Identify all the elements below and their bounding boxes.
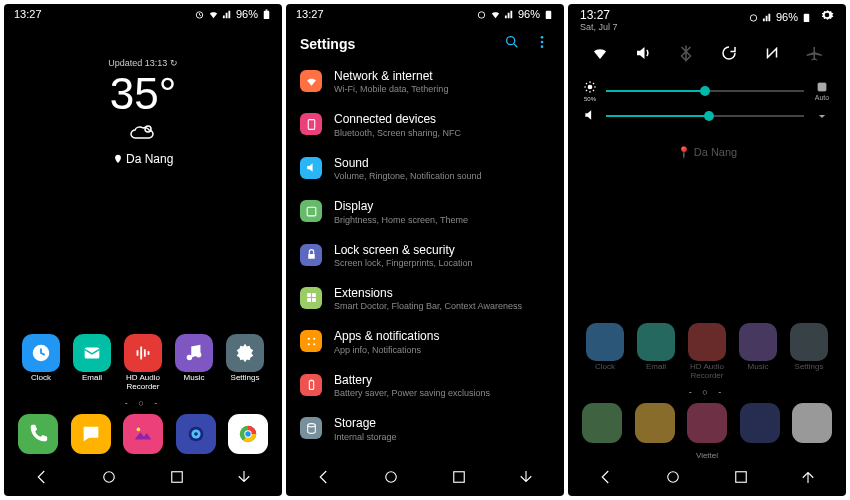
brightness-slider[interactable] bbox=[606, 90, 804, 92]
svg-point-39 bbox=[313, 343, 315, 345]
app-music[interactable]: Music bbox=[171, 334, 217, 392]
nav-back[interactable] bbox=[597, 468, 615, 486]
dock-messages-dimmed bbox=[635, 403, 675, 443]
nav-home[interactable] bbox=[100, 468, 118, 486]
nav-back[interactable] bbox=[33, 468, 51, 486]
svg-point-26 bbox=[541, 36, 544, 39]
network-icon bbox=[300, 70, 322, 92]
phone-quicksettings-screen: 13:27 Sat, Jul 7 96% 50 bbox=[568, 4, 846, 496]
settings-item-display[interactable]: DisplayBrightness, Home screen, Theme bbox=[300, 190, 550, 233]
app-clock[interactable]: Clock bbox=[18, 334, 64, 392]
settings-item-battery[interactable]: BatteryBattery saver, Power saving exclu… bbox=[300, 364, 550, 407]
settings-title: Settings bbox=[300, 36, 504, 52]
battery-icon bbox=[801, 12, 812, 23]
app-email[interactable]: Email bbox=[69, 334, 115, 392]
nav-home[interactable] bbox=[382, 468, 400, 486]
svg-point-10 bbox=[187, 355, 193, 361]
settings-item-accounts[interactable]: AccountsAuto-sync accounts, Cloud bbox=[300, 451, 550, 460]
app-hd-recorder[interactable]: HD Audio Recorder bbox=[120, 334, 166, 392]
dock-chrome[interactable] bbox=[228, 414, 268, 454]
svg-point-16 bbox=[194, 432, 198, 436]
dock-gallery[interactable] bbox=[123, 414, 163, 454]
volume-expand[interactable] bbox=[812, 110, 832, 123]
brightness-auto[interactable]: Auto bbox=[812, 81, 832, 101]
nav-recent[interactable] bbox=[732, 468, 750, 486]
dock-phone[interactable] bbox=[18, 414, 58, 454]
weather-condition-icon bbox=[18, 122, 268, 146]
toggle-airplane[interactable] bbox=[804, 42, 826, 64]
more-button[interactable] bbox=[534, 34, 550, 54]
settings-item-sound[interactable]: SoundVolume, Ringtone, Notification soun… bbox=[300, 147, 550, 190]
settings-item-devices[interactable]: Connected devicesBluetooth, Screen shari… bbox=[300, 103, 550, 146]
toggle-nfc[interactable] bbox=[761, 42, 783, 64]
volume-icon bbox=[582, 108, 598, 124]
weather-widget[interactable]: Updated 13:13 ↻ 35° Da Nang bbox=[18, 58, 268, 166]
extensions-icon bbox=[300, 287, 322, 309]
nav-notifications[interactable] bbox=[235, 468, 253, 486]
signal-icon bbox=[222, 9, 233, 20]
dock bbox=[18, 414, 268, 454]
pin-icon bbox=[113, 154, 123, 164]
svg-rect-35 bbox=[312, 298, 316, 302]
svg-point-51 bbox=[668, 472, 679, 483]
nav-recent[interactable] bbox=[168, 468, 186, 486]
svg-rect-5 bbox=[85, 348, 100, 359]
qs-settings-button[interactable] bbox=[820, 8, 834, 26]
app-settings[interactable]: Settings bbox=[222, 334, 268, 392]
battery-icon bbox=[543, 9, 554, 20]
volume-slider-row bbox=[582, 108, 832, 124]
svg-point-13 bbox=[137, 428, 141, 432]
dock-camera[interactable] bbox=[176, 414, 216, 454]
svg-point-21 bbox=[104, 472, 115, 483]
svg-rect-50 bbox=[818, 83, 826, 91]
search-button[interactable] bbox=[504, 34, 520, 54]
toggle-bluetooth[interactable] bbox=[675, 42, 697, 64]
volume-slider[interactable] bbox=[606, 115, 804, 117]
dock-messages[interactable] bbox=[71, 414, 111, 454]
svg-point-45 bbox=[386, 472, 397, 483]
settings-item-network[interactable]: Network & internetWi-Fi, Mobile data, Te… bbox=[300, 60, 550, 103]
svg-point-42 bbox=[307, 423, 315, 426]
phone-home-screen: 13:27 96% Updated 13:13 ↻ 35° Da Nang Cl… bbox=[4, 4, 282, 496]
settings-item-lockscreen[interactable]: Lock screen & securityScreen lock, Finge… bbox=[300, 234, 550, 277]
music-icon bbox=[175, 334, 213, 372]
status-indicators: 96% bbox=[476, 8, 554, 20]
settings-item-apps[interactable]: Apps & notificationsApp info, Notificati… bbox=[300, 320, 550, 363]
toggle-sound[interactable] bbox=[632, 42, 654, 64]
status-time: 13:27 bbox=[296, 8, 324, 20]
weather-location: Da Nang bbox=[18, 152, 268, 166]
svg-point-38 bbox=[307, 343, 309, 345]
weather-temp: 35° bbox=[18, 72, 268, 116]
nav-notifications[interactable] bbox=[517, 468, 535, 486]
svg-rect-24 bbox=[546, 10, 552, 18]
qs-date: Sat, Jul 7 bbox=[580, 22, 618, 32]
svg-rect-9 bbox=[148, 351, 150, 355]
settings-item-storage[interactable]: StorageInternal storage bbox=[300, 407, 550, 450]
nav-home[interactable] bbox=[664, 468, 682, 486]
settings-header: Settings bbox=[286, 24, 564, 60]
qs-time: 13:27 bbox=[580, 8, 618, 22]
toggle-rotate[interactable] bbox=[718, 42, 740, 64]
nav-close-panel[interactable] bbox=[799, 468, 817, 486]
app-label: Clock bbox=[31, 374, 51, 392]
svg-rect-29 bbox=[308, 120, 315, 130]
status-bar: 13:27 96% bbox=[4, 4, 282, 24]
storage-icon bbox=[300, 417, 322, 439]
app-row: Clock Email HD Audio Recorder Music Sett… bbox=[18, 334, 268, 392]
svg-rect-30 bbox=[307, 207, 316, 216]
email-icon bbox=[73, 334, 111, 372]
nav-back[interactable] bbox=[315, 468, 333, 486]
svg-rect-41 bbox=[310, 380, 312, 381]
battery-pct: 96% bbox=[776, 11, 798, 23]
app-label: Music bbox=[184, 374, 205, 392]
dock-gallery-dimmed bbox=[687, 403, 727, 443]
toggle-wifi[interactable] bbox=[589, 42, 611, 64]
app-settings-dimmed: Settings bbox=[786, 323, 832, 381]
svg-rect-52 bbox=[736, 472, 747, 483]
page-indicator[interactable]: - ○ - bbox=[18, 398, 268, 408]
nav-recent[interactable] bbox=[450, 468, 468, 486]
settings-item-extensions[interactable]: ExtensionsSmart Doctor, Floating Bar, Co… bbox=[300, 277, 550, 320]
wifi-icon bbox=[208, 9, 219, 20]
phone-settings-screen: 13:27 96% Settings Network & internetWi-… bbox=[286, 4, 564, 496]
settings-list[interactable]: Network & internetWi-Fi, Mobile data, Te… bbox=[286, 60, 564, 460]
